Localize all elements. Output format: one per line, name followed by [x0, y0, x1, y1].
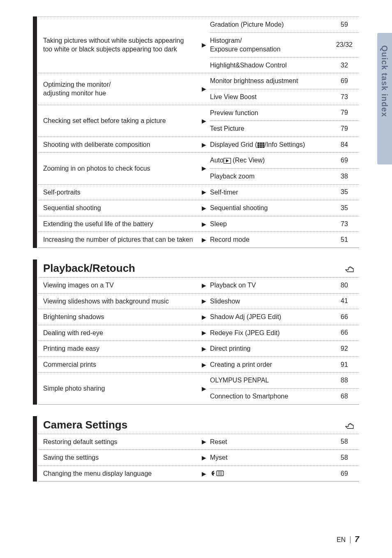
footer-page: 7 [355, 535, 359, 544]
playback-target-row: Redeye Fix (JPEG Edit)66 [210, 325, 359, 341]
shooting-target-page: 35 [332, 204, 357, 212]
shooting-row: Extending the useful life of the battery… [38, 216, 359, 232]
camera-target-row: 69 [210, 466, 359, 482]
shooting-target-label: Displayed Grid (/Info Settings) [210, 140, 332, 149]
camera-targets: 69 [210, 466, 359, 482]
playback-row: Brightening shadows▶Shadow Adj (JPEG Edi… [38, 309, 359, 325]
playback-task-label: Simple photo sharing [38, 373, 198, 404]
pointer-icon [345, 264, 356, 274]
shooting-task-label: Extending the useful life of the battery [38, 216, 198, 232]
svg-point-7 [213, 472, 214, 474]
arrow-icon: ▶ [198, 450, 210, 465]
playback-target-row: Shadow Adj (JPEG Edit)66 [210, 309, 359, 325]
arrow-icon: ▶ [198, 434, 210, 450]
shooting-task-label: Checking set effect before taking a pict… [38, 105, 198, 137]
shooting-target-page: 35 [332, 188, 357, 196]
playback-target-page: 41 [332, 297, 357, 305]
shooting-task-label: Sequential shooting [38, 200, 198, 216]
playback-target-label: Creating a print order [210, 360, 332, 369]
playback-targets: Shadow Adj (JPEG Edit)66 [210, 309, 359, 325]
camera-row: Restoring default settings▶Reset58 [38, 434, 359, 450]
playback-targets: Direct printing92 [210, 341, 359, 357]
page: Quick task index Taking pictures without… [0, 0, 392, 558]
shooting-task-label: Increasing the number of pictures that c… [38, 232, 198, 248]
shooting-target-page: 32 [332, 62, 357, 69]
playback-target-label: Connection to Smartphone [210, 392, 332, 401]
shooting-target-label: Highlight&Shadow Control [210, 61, 332, 70]
camera-row: Saving the settings▶Myset58 [38, 450, 359, 466]
shooting-row: Sequential shooting▶Sequential shooting3… [38, 200, 359, 216]
shooting-target-label: Self-timer [210, 188, 332, 197]
shooting-target-page: 79 [332, 109, 357, 116]
arrow-icon: ▶ [198, 278, 210, 293]
arrow-icon: ▶ [198, 185, 210, 200]
playback-title: Playback/Retouch [43, 262, 345, 275]
arrow-icon: ▶ [198, 232, 210, 248]
shooting-target-row: Sleep73 [210, 216, 359, 232]
playback-target-label: Playback on TV [210, 281, 332, 290]
arrow-icon: ▶ [198, 466, 210, 482]
shooting-targets: Record mode51 [210, 232, 359, 248]
arrow-icon: ▶ [198, 325, 210, 341]
camera-task-label: Changing the menu display language [38, 466, 198, 482]
shooting-target-page: 38 [332, 173, 357, 180]
playback-target-page: 91 [332, 361, 357, 368]
shooting-target-label: Gradation (Picture Mode) [210, 20, 332, 29]
playback-target-page: 92 [332, 345, 357, 352]
playback-target-page: 88 [332, 377, 357, 384]
shooting-targets: Auto (Rec View)69Playback zoom38 [210, 153, 359, 184]
shooting-target-page: 69 [332, 157, 357, 164]
shooting-target-row: Histogram/Exposure compensation23/32 [210, 33, 359, 58]
shooting-task-label: Zooming in on photos to check focus [38, 153, 198, 184]
playback-task-label: Viewing images on a TV [38, 278, 198, 293]
camera-row: Changing the menu display language▶69 [38, 466, 359, 482]
shooting-target-row: Preview function79 [210, 105, 359, 121]
shooting-target-page: 73 [332, 93, 357, 101]
camera-section: Camera Settings Restoring default settin… [33, 416, 359, 482]
camera-targets: Reset58 [210, 434, 359, 450]
shooting-row: Zooming in on photos to check focus▶Auto… [38, 153, 359, 184]
side-tab: Quick task index [377, 33, 392, 164]
shooting-target-page: 51 [332, 236, 357, 243]
camera-target-label [210, 469, 332, 478]
shooting-target-row: Live View Boost73 [210, 89, 359, 105]
shooting-targets: Preview function79Test Picture79 [210, 105, 359, 137]
shooting-target-page: 84 [332, 141, 357, 148]
shooting-row: Optimizing the monitor/adjusting monitor… [38, 73, 359, 105]
arrow-icon: ▶ [198, 137, 210, 153]
shooting-target-page: 69 [332, 77, 357, 85]
arrow-icon: ▶ [198, 294, 210, 309]
playback-body: Playback/Retouch Viewing images on a TV▶… [37, 259, 359, 405]
shooting-task-label: Self-portraits [38, 185, 198, 200]
shooting-target-label: Histogram/Exposure compensation [210, 36, 332, 54]
shooting-target-label: Record mode [210, 235, 332, 244]
playback-target-row: Slideshow41 [210, 294, 359, 309]
arrow-icon: ▶ [198, 309, 210, 325]
shooting-target-row: Displayed Grid (/Info Settings)84 [210, 137, 359, 153]
shooting-target-row: Auto (Rec View)69 [210, 153, 359, 169]
shooting-target-row: Playback zoom38 [210, 169, 359, 184]
playback-task-label: Viewing slideshows with background music [38, 294, 198, 309]
playback-target-label: OLYMPUS PENPAL [210, 376, 332, 385]
playback-target-row: OLYMPUS PENPAL88 [210, 373, 359, 389]
shooting-target-label: Preview function [210, 109, 332, 118]
playback-task-label: Dealing with red-eye [38, 325, 198, 341]
shooting-target-row: Monitor brightness adjustment69 [210, 73, 359, 89]
playback-header-row: Playback/Retouch [38, 259, 359, 278]
shooting-target-label: Live View Boost [210, 93, 332, 102]
svg-rect-0 [257, 142, 264, 148]
camera-task-label: Saving the settings [38, 450, 198, 465]
shooting-target-page: 59 [332, 21, 357, 28]
playback-row: Viewing slideshows with background music… [38, 294, 359, 310]
shooting-task-label: Optimizing the monitor/adjusting monitor… [38, 73, 198, 104]
playback-target-row: Connection to Smartphone68 [210, 389, 359, 404]
arrow-icon: ▶ [198, 17, 210, 73]
camera-body: Camera Settings Restoring default settin… [37, 416, 359, 482]
playback-target-label: Shadow Adj (JPEG Edit) [210, 313, 332, 322]
playback-target-page: 80 [332, 282, 357, 289]
shooting-row: Increasing the number of pictures that c… [38, 232, 359, 248]
playback-target-page: 66 [332, 313, 357, 321]
shooting-target-label: Monitor brightness adjustment [210, 76, 332, 86]
playback-target-row: Creating a print order91 [210, 357, 359, 373]
camera-target-page: 58 [332, 454, 357, 461]
